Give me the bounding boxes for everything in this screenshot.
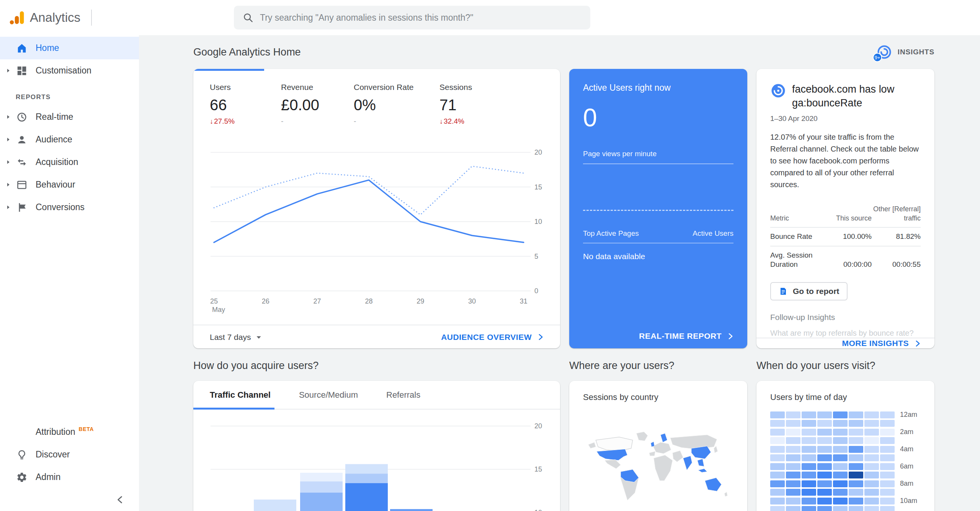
sidebar-item-behaviour[interactable]: Behaviour xyxy=(0,173,139,196)
sidebar-item-conversions[interactable]: Conversions xyxy=(0,196,139,219)
topbar: Analytics xyxy=(0,0,980,35)
sidebar-item-real-time[interactable]: Real-time xyxy=(0,106,139,128)
section-titles-row: How do you acquire users? Where are your… xyxy=(193,360,934,372)
insight-header: facebook.com has low ga:bounceRate xyxy=(770,83,921,110)
caret-spacer xyxy=(5,45,11,51)
search-bar[interactable] xyxy=(234,6,590,29)
lightbulb-icon xyxy=(16,449,28,460)
behaviour-icon xyxy=(16,179,28,191)
heatmap-cell xyxy=(786,498,800,504)
expand-arrow-icon[interactable] xyxy=(5,114,11,120)
metric-name: Bounce Rate xyxy=(770,232,828,242)
gear-icon xyxy=(16,472,28,483)
heatmap-row xyxy=(770,437,921,444)
heatmap-cell xyxy=(849,498,863,504)
heatmap-row: 12am xyxy=(770,411,921,419)
expand-arrow-icon[interactable] xyxy=(5,181,11,188)
active-metric-indicator xyxy=(193,69,264,71)
search-input[interactable] xyxy=(260,13,582,23)
heatmap-cell xyxy=(802,463,816,470)
insight-table-row: Bounce Rate100.00%81.82% xyxy=(770,228,921,247)
heatmap-cell xyxy=(770,489,785,496)
tab-source-medium[interactable]: Source/Medium xyxy=(299,390,358,400)
tab-traffic-channel[interactable]: Traffic Channel xyxy=(210,390,271,400)
metric-tab-sessions[interactable]: Sessions71↓32.4% xyxy=(439,83,472,126)
metric-tab-revenue[interactable]: Revenue£0.00- xyxy=(281,83,354,126)
metric-label: Conversion Rate xyxy=(354,83,439,92)
sidebar-item-audience[interactable]: Audience xyxy=(0,128,139,151)
section-title-where: Where are your users? xyxy=(569,360,747,372)
insights-button[interactable]: 9+ INSIGHTS xyxy=(876,44,934,60)
heatmap-cell xyxy=(786,506,800,511)
metric-tab-conversion-rate[interactable]: Conversion Rate0%- xyxy=(354,83,439,126)
heatmap-cell xyxy=(770,429,785,436)
heatmap-cell xyxy=(833,429,848,436)
heatmap-cell xyxy=(770,463,785,470)
metric-tab-users[interactable]: Users66↓27.5% xyxy=(210,83,281,126)
traffic-channel-chart: 20151050 xyxy=(210,410,544,511)
heatmap-cell xyxy=(770,480,785,487)
date-range-label: Last 7 days xyxy=(210,333,251,342)
heatmap-cell xyxy=(864,472,879,478)
heatmap-cell xyxy=(770,498,785,504)
expand-arrow-icon[interactable] xyxy=(5,67,11,74)
pageviews-per-minute-label: Page views per minute xyxy=(583,150,733,158)
caret-spacer xyxy=(5,429,11,435)
analytics-brand[interactable]: Analytics xyxy=(0,10,139,26)
expand-arrow-icon[interactable] xyxy=(5,136,11,143)
time-label: 4am xyxy=(900,445,921,453)
world-map xyxy=(583,411,733,511)
collapse-sidebar-button[interactable] xyxy=(0,488,139,511)
sidebar: HomeCustomisation REPORTS Real-timeAudie… xyxy=(0,35,139,511)
intelligence-icon xyxy=(770,83,786,99)
time-label: 10am xyxy=(900,497,921,505)
heatmap-cell xyxy=(817,489,832,496)
sidebar-item-attribution[interactable]: AttributionBETA xyxy=(0,421,139,443)
expand-arrow-icon[interactable] xyxy=(5,204,11,211)
svg-text:30: 30 xyxy=(468,297,476,305)
metric-delta: - xyxy=(281,117,354,126)
chevron-right-icon xyxy=(728,332,733,341)
realtime-report-link[interactable]: REAL-TIME REPORT xyxy=(583,324,733,348)
heatmap-cell xyxy=(880,506,895,511)
go-to-report-button[interactable]: Go to report xyxy=(770,282,848,300)
caret-down-icon xyxy=(255,333,263,341)
clock-icon xyxy=(16,111,28,123)
sidebar-item-label: Audience xyxy=(36,134,72,145)
sidebar-item-discover[interactable]: Discover xyxy=(0,443,139,466)
heatmap-cell xyxy=(833,489,848,496)
sidebar-item-label: Discover xyxy=(36,449,70,460)
svg-text:20: 20 xyxy=(534,149,542,156)
heatmap-cell xyxy=(786,463,800,470)
insight-date-range: 1–30 Apr 2020 xyxy=(770,114,921,123)
svg-text:31: 31 xyxy=(520,297,528,305)
sidebar-footer: AttributionBETADiscoverAdmin xyxy=(0,421,139,511)
heatmap-cell xyxy=(817,498,832,504)
other-traffic-value: 81.82% xyxy=(872,232,921,242)
sidebar-item-admin[interactable]: Admin xyxy=(0,466,139,488)
metric-delta: ↓32.4% xyxy=(439,117,472,126)
tab-referrals[interactable]: Referrals xyxy=(386,390,420,400)
sidebar-item-acquisition[interactable]: Acquisition xyxy=(0,151,139,173)
svg-text:15: 15 xyxy=(534,465,542,473)
heatmap-cell xyxy=(786,411,800,418)
date-range-selector[interactable]: Last 7 days xyxy=(210,333,263,342)
heatmap-cell xyxy=(770,420,785,427)
heatmap-row: 8am xyxy=(770,480,921,488)
this-source-value: 100.00% xyxy=(828,232,872,242)
heatmap-cell xyxy=(849,463,863,470)
audience-overview-link[interactable]: AUDIENCE OVERVIEW xyxy=(441,333,544,342)
sidebar-item-customisation[interactable]: Customisation xyxy=(0,59,139,82)
more-insights-label: MORE INSIGHTS xyxy=(842,339,909,348)
more-insights-link[interactable]: MORE INSIGHTS xyxy=(756,338,934,348)
heatmap-cell xyxy=(817,437,832,444)
active-users-count: 0 xyxy=(583,103,733,132)
sidebar-item-home[interactable]: Home xyxy=(0,37,139,59)
expand-arrow-icon[interactable] xyxy=(5,159,11,165)
insight-table-header-cell: Metric xyxy=(770,214,828,223)
heatmap-row: 4am xyxy=(770,445,921,453)
heatmap-cell xyxy=(770,411,785,418)
heatmap-cell xyxy=(833,472,848,478)
insight-card: facebook.com has low ga:bounceRate 1–30 … xyxy=(756,69,934,348)
reports-section-label: REPORTS xyxy=(16,93,139,101)
